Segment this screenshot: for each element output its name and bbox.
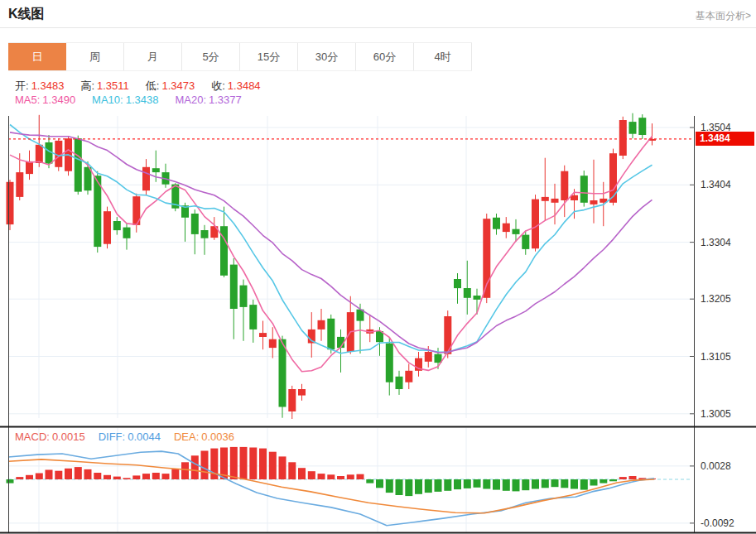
price-axis-label-4: 1.3105 xyxy=(701,351,752,363)
page-title: K线图 xyxy=(8,6,45,23)
diff-value: DIFF:0.0044 xyxy=(99,431,161,443)
macd-value: MACD:0.0015 xyxy=(15,431,85,443)
price-axis-label-0: 1.3504 xyxy=(701,122,752,133)
tab-month[interactable]: 月 xyxy=(124,43,182,70)
macd-axis-label-1: -0.0092 xyxy=(701,517,752,529)
close-value: 收:1.3484 xyxy=(211,79,260,94)
tab-30min[interactable]: 30分 xyxy=(298,43,356,70)
current-price-tag: 1.3484 xyxy=(696,132,754,146)
price-axis-label-1: 1.3404 xyxy=(701,179,752,190)
ohlc-legend: 开:1.3483高:1.3511低:1.3473收:1.3484 xyxy=(15,79,261,94)
tab-5min[interactable]: 5分 xyxy=(182,43,240,70)
tab-60min[interactable]: 60分 xyxy=(356,43,414,70)
macd-legend: MACD:0.0015DIFF:0.0044DEA:0.0036 xyxy=(15,431,234,443)
macd-axis-label-0: 0.0028 xyxy=(701,460,752,472)
low-value: 低:1.3473 xyxy=(146,79,195,94)
tab-4hour[interactable]: 4时 xyxy=(414,43,472,70)
tab-week[interactable]: 周 xyxy=(66,43,124,70)
price-axis-label-5: 1.3005 xyxy=(701,408,752,420)
fundamental-analysis-link[interactable]: 基本面分析> xyxy=(696,9,751,23)
ma20-value: MA20:1.3377 xyxy=(175,94,241,106)
period-tab-bar: 日周月5分15分30分60分4时 xyxy=(8,42,472,71)
ma-legend: MA5:1.3490MA10:1.3438MA20:1.3377 xyxy=(15,94,242,106)
tab-day[interactable]: 日 xyxy=(8,43,66,70)
open-value: 开:1.3483 xyxy=(15,79,64,94)
ma5-value: MA5:1.3490 xyxy=(15,94,75,106)
price-axis-label-2: 1.3304 xyxy=(701,237,752,248)
high-value: 高:1.3511 xyxy=(80,79,128,94)
tab-15min[interactable]: 15分 xyxy=(240,43,298,70)
dea-value: DEA:0.0036 xyxy=(174,431,234,443)
price-axis-label-3: 1.3205 xyxy=(701,293,752,305)
ma10-value: MA10:1.3438 xyxy=(92,94,158,106)
header-divider xyxy=(0,27,756,28)
